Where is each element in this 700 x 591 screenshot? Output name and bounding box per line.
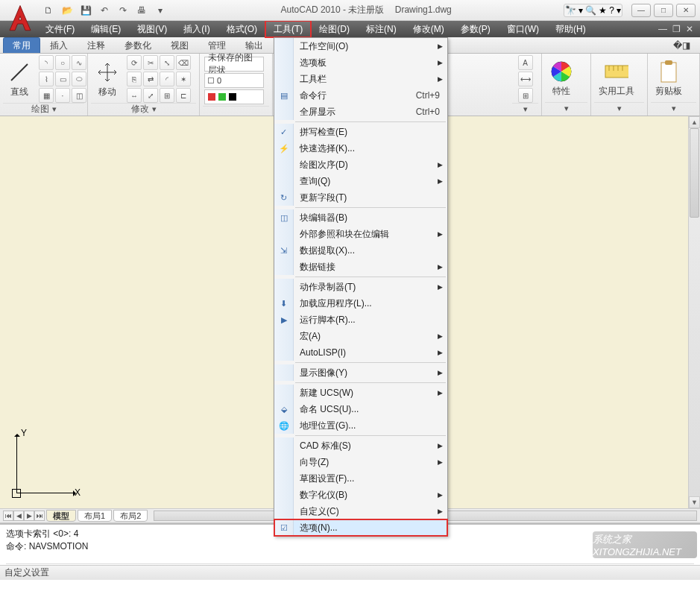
menu-item-30[interactable]: 向导(Z)▶ — [274, 454, 447, 470]
explode-icon[interactable]: ✶ — [176, 72, 191, 86]
qat-open-icon[interactable]: 📂 — [59, 2, 75, 19]
ribtab-4[interactable]: 视图 — [161, 37, 198, 53]
menu-item-20[interactable]: 宏(A)▶ — [274, 328, 447, 344]
menu-工具[interactable]: 工具(T) — [265, 21, 311, 37]
tab-nav-first-icon[interactable]: ⏮ — [3, 511, 13, 521]
menu-绘图[interactable]: 绘图(D) — [311, 21, 358, 37]
menu-帮助[interactable]: 帮助(H) — [547, 21, 594, 37]
qat-save-icon[interactable]: 💾 — [78, 2, 94, 19]
offset-icon[interactable]: ⊏ — [176, 88, 191, 103]
menu-item-29[interactable]: CAD 标准(S)▶ — [274, 437, 447, 454]
menu-视图[interactable]: 视图(V) — [129, 21, 175, 37]
menu-item-7[interactable]: ⚡快速选择(K)... — [274, 140, 447, 157]
ellipse-icon[interactable]: ⬭ — [72, 72, 86, 86]
ribtab-3[interactable]: 参数化 — [115, 37, 161, 53]
ribbon-toggle[interactable]: �◨ — [663, 37, 700, 53]
scale-icon[interactable]: ⤢ — [143, 88, 158, 103]
mtext-icon[interactable]: A — [518, 55, 533, 70]
menu-格式[interactable]: 格式(O) — [218, 21, 265, 37]
tab-model[interactable]: 模型 — [46, 510, 76, 522]
region-icon[interactable]: ◫ — [72, 88, 86, 103]
point-icon[interactable]: · — [55, 88, 70, 103]
mirror-icon[interactable]: ⇄ — [143, 72, 158, 86]
minimize-button[interactable]: — — [631, 4, 651, 17]
info-search[interactable]: 🔭▾ 🔍 ★ ?▾ — [564, 4, 622, 17]
menu-参数[interactable]: 参数(P) — [453, 21, 499, 37]
array-icon[interactable]: ⊞ — [160, 88, 174, 103]
qat-undo-icon[interactable]: ↶ — [96, 2, 113, 19]
paste-button[interactable]: 剪贴板 — [651, 58, 687, 99]
stretch-icon[interactable]: ↔ — [127, 88, 142, 103]
layer-state-combo[interactable]: 未保存的图层状 — [204, 57, 264, 72]
dim-icon[interactable]: ⟷ — [518, 72, 533, 86]
rotate-icon[interactable]: ⟳ — [127, 55, 142, 70]
menu-item-17[interactable]: 动作录制器(T)▶ — [274, 279, 447, 295]
mdi-close-icon[interactable]: ✕ — [684, 24, 696, 34]
trim-icon[interactable]: ✂ — [143, 55, 158, 70]
menu-item-23[interactable]: 显示图像(Y)▶ — [274, 364, 447, 381]
tab-layout1[interactable]: 布局1 — [78, 510, 112, 522]
menu-窗口[interactable]: 窗口(W) — [499, 21, 547, 37]
menu-item-33[interactable]: 自定义(C)▶ — [274, 503, 447, 519]
menu-item-32[interactable]: 数字化仪(B)▶ — [274, 487, 447, 503]
app-menu-button[interactable] — [4, 3, 36, 34]
ribtab-0[interactable]: 常用 — [3, 37, 40, 53]
menu-item-14[interactable]: ⇲数据提取(X)... — [274, 242, 447, 259]
menu-修改[interactable]: 修改(M) — [405, 21, 453, 37]
qat-more-icon[interactable]: ▾ — [152, 2, 168, 19]
close-button[interactable]: ✕ — [676, 4, 696, 17]
ribtab-6[interactable]: 输出 — [236, 37, 273, 53]
menu-item-34[interactable]: ☑选项(N)... — [274, 519, 447, 536]
menu-item-25[interactable]: 新建 UCS(W)▶ — [274, 385, 447, 401]
arc-icon[interactable]: ◝ — [39, 55, 54, 70]
line-button[interactable]: 直线 — [3, 59, 36, 100]
qat-print-icon[interactable]: 🖶 — [133, 2, 150, 19]
menu-item-9[interactable]: 查询(Q)▶ — [274, 173, 447, 189]
mdi-restore-icon[interactable]: ❐ — [670, 24, 682, 34]
menu-插入[interactable]: 插入(I) — [175, 21, 218, 37]
layer-color-row[interactable] — [204, 89, 264, 104]
menu-item-3[interactable]: ▤命令行Ctrl+9 — [274, 87, 447, 104]
scroll-thumb[interactable] — [690, 128, 699, 218]
ribtab-1[interactable]: 插入 — [40, 37, 78, 53]
tab-nav-prev-icon[interactable]: ◀ — [13, 511, 24, 521]
polyline-icon[interactable]: ⌇ — [39, 72, 54, 86]
menu-item-4[interactable]: 全屏显示Ctrl+0 — [274, 104, 447, 120]
copy-icon[interactable]: ⎘ — [127, 72, 142, 86]
tab-nav-next-icon[interactable]: ▶ — [24, 511, 34, 521]
menu-item-10[interactable]: ↻更新字段(T) — [274, 189, 447, 206]
props-button[interactable]: 特性 — [545, 58, 578, 99]
measure-button[interactable]: 实用工具 — [594, 58, 639, 99]
extend-icon[interactable]: ⤡ — [160, 55, 174, 70]
menu-item-2[interactable]: 工具栏▶ — [274, 71, 447, 87]
menu-item-15[interactable]: 数据链接▶ — [274, 259, 447, 275]
menu-item-8[interactable]: 绘图次序(D)▶ — [274, 157, 447, 173]
menu-item-26[interactable]: ⬙命名 UCS(U)... — [274, 401, 447, 417]
menu-item-12[interactable]: ◫块编辑器(B) — [274, 209, 447, 226]
tab-layout2[interactable]: 布局2 — [113, 510, 148, 522]
menu-item-31[interactable]: 草图设置(F)... — [274, 470, 447, 487]
move-button[interactable]: 移动 — [91, 59, 124, 100]
menu-item-21[interactable]: AutoLISP(I)▶ — [274, 344, 447, 361]
menu-item-19[interactable]: ▶运行脚本(R)... — [274, 312, 447, 328]
layer-combo[interactable]: 0 — [204, 73, 264, 88]
rect-icon[interactable]: ▭ — [55, 72, 70, 86]
menu-item-13[interactable]: 外部参照和块在位编辑▶ — [274, 226, 447, 242]
vertical-scrollbar[interactable]: ▲ ▼ — [688, 116, 700, 508]
qat-redo-icon[interactable]: ↷ — [115, 2, 131, 19]
menu-item-1[interactable]: 选项板▶ — [274, 54, 447, 71]
hatch-icon[interactable]: ▦ — [39, 88, 54, 103]
menu-item-6[interactable]: ✓拼写检查(E) — [274, 124, 447, 140]
mdi-minimize-icon[interactable]: — — [657, 24, 669, 34]
fillet-icon[interactable]: ◜ — [160, 72, 174, 86]
menu-item-0[interactable]: 工作空间(O)▶ — [274, 38, 447, 54]
circle-icon[interactable]: ○ — [55, 55, 70, 70]
menu-标注[interactable]: 标注(N) — [358, 21, 405, 37]
ribtab-2[interactable]: 注释 — [78, 37, 115, 53]
menu-item-18[interactable]: ⬇加载应用程序(L)... — [274, 295, 447, 312]
table-icon[interactable]: ⊞ — [518, 88, 533, 103]
menu-编辑[interactable]: 编辑(E) — [83, 21, 129, 37]
menu-item-27[interactable]: 🌐地理位置(G)... — [274, 417, 447, 434]
spline-icon[interactable]: ∿ — [72, 55, 86, 70]
qat-new-icon[interactable]: 🗋 — [40, 2, 57, 19]
